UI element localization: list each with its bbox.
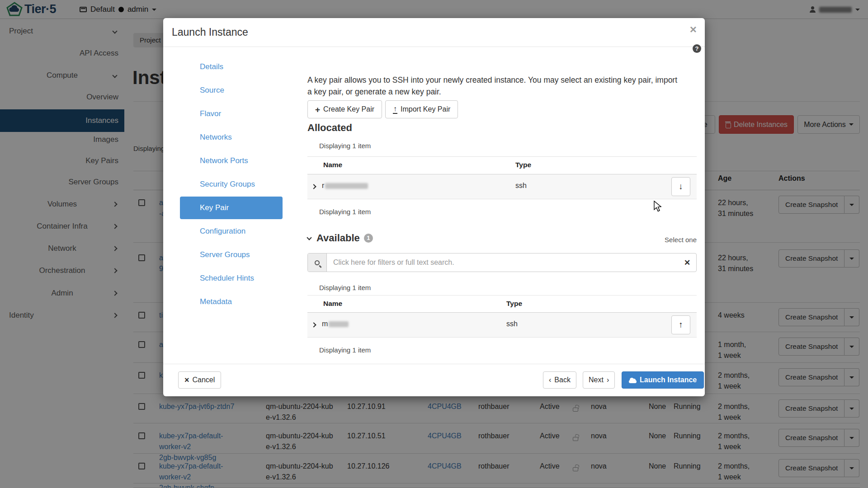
key-pair-search: ✕ — [307, 253, 697, 272]
modal-step-nav: Details Source Flavor Networks Network P… — [180, 56, 283, 314]
import-key-pair-button[interactable]: ↑Import Key Pair — [385, 100, 458, 118]
available-column-name: Name — [323, 300, 342, 308]
allocated-column-type: Type — [515, 161, 531, 169]
available-count-badge: 1 — [364, 234, 373, 243]
x-icon: × — [184, 376, 189, 384]
modal-tab-details[interactable]: Details — [180, 56, 283, 78]
available-column-type: Type — [506, 300, 522, 308]
launch-instance-button[interactable]: Launch Instance — [622, 371, 704, 389]
chevron-right-icon[interactable] — [311, 184, 316, 189]
key-pair-name: m — [322, 320, 349, 328]
mouse-cursor — [654, 201, 664, 212]
close-icon[interactable]: × — [690, 23, 697, 35]
modal-header: Launch Instance × — [163, 18, 705, 47]
available-section-title[interactable]: Available1 — [307, 232, 373, 244]
modal-tab-metadata[interactable]: Metadata — [180, 291, 283, 313]
allocate-arrow-up-button[interactable]: ↑ — [671, 315, 690, 334]
modal-tab-source[interactable]: Source — [180, 79, 283, 102]
allocated-column-name: Name — [323, 161, 342, 169]
modal-tab-configuration[interactable]: Configuration — [180, 220, 283, 243]
allocated-section-title: Allocated — [307, 122, 352, 134]
cancel-button[interactable]: ×Cancel — [178, 371, 221, 389]
import-icon: ↑ — [393, 105, 397, 114]
select-one-hint: Select one — [665, 236, 697, 244]
modal-title: Launch Instance — [172, 18, 248, 47]
modal-tab-key-pair[interactable]: Key Pair — [180, 197, 283, 219]
modal-tab-security-groups[interactable]: Security Groups — [180, 173, 283, 196]
chevron-right-glyph: › — [607, 376, 609, 384]
chevron-right-icon[interactable] — [311, 322, 316, 327]
key-pair-description: A key pair allows you to SSH into your n… — [307, 74, 683, 98]
available-count-label: Displaying 1 item — [319, 346, 371, 354]
available-key-pair-row: m ssh ↑ — [307, 313, 697, 338]
create-key-pair-button[interactable]: +Create Key Pair — [307, 100, 382, 118]
modal-tab-flavor[interactable]: Flavor — [180, 103, 283, 125]
deallocate-arrow-down-button[interactable]: ↓ — [671, 177, 690, 196]
search-input[interactable] — [327, 253, 678, 272]
divider — [307, 156, 697, 157]
back-button[interactable]: ‹Back — [543, 371, 576, 389]
key-pair-type: ssh — [506, 320, 518, 328]
available-count-label: Displaying 1 item — [319, 284, 371, 291]
allocated-key-pair-row: r ssh ↓ — [307, 174, 697, 199]
key-pair-name: r — [322, 182, 368, 190]
allocated-count-label: Displaying 1 item — [319, 142, 371, 150]
chevron-left-glyph: ‹ — [549, 376, 551, 384]
modal-tab-networks[interactable]: Networks — [180, 126, 283, 149]
screen: Tier·5 Default admin Project API Access … — [0, 0, 868, 488]
modal-tab-network-ports[interactable]: Network Ports — [180, 150, 283, 172]
key-pair-type: ssh — [515, 182, 527, 190]
clear-search-icon[interactable]: ✕ — [678, 253, 696, 272]
allocated-count-label: Displaying 1 item — [319, 208, 371, 216]
plus-icon: + — [315, 105, 320, 114]
cloud-upload-icon — [629, 380, 637, 383]
next-button[interactable]: Next› — [583, 371, 615, 389]
modal-footer: ×Cancel ‹Back Next› Launch Instance — [163, 364, 705, 396]
modal-tab-scheduler-hints[interactable]: Scheduler Hints — [180, 267, 283, 290]
help-icon[interactable]: ? — [693, 44, 701, 53]
search-icon — [308, 253, 327, 272]
chevron-down-icon — [307, 235, 311, 240]
modal-tab-server-groups[interactable]: Server Groups — [180, 244, 283, 266]
launch-instance-modal: Launch Instance × ? Details Source Flavo… — [163, 18, 705, 396]
divider — [307, 295, 697, 296]
